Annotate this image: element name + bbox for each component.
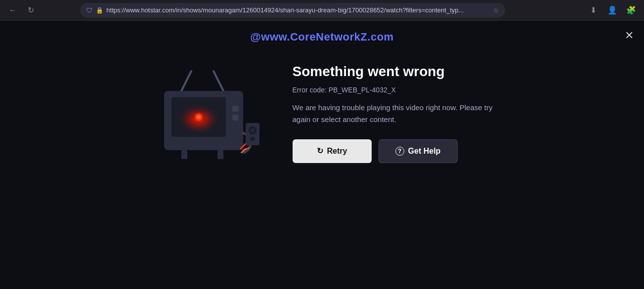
help-icon: ? (395, 147, 404, 156)
retry-icon: ↻ (317, 146, 323, 156)
error-buttons: ↻ Retry ? Get Help (293, 139, 500, 163)
refresh-button[interactable]: ↻ (24, 3, 38, 17)
profile-icon[interactable]: 👤 (605, 3, 619, 17)
extensions-icon[interactable]: 🧩 (624, 3, 638, 17)
shield-icon: 🛡 (86, 6, 93, 14)
pocket-icon[interactable]: ⬇ (587, 3, 601, 17)
svg-point-13 (250, 128, 255, 133)
content-area: ✕ @www.CoreNetworkZ.com (0, 21, 644, 289)
back-icon: ← (9, 6, 17, 15)
error-description: We are having trouble playing this video… (293, 102, 500, 125)
bookmark-icon[interactable]: ☆ (493, 6, 499, 14)
error-code: Error code: PB_WEB_PL-4032_X (293, 86, 500, 94)
svg-line-1 (214, 71, 223, 91)
refresh-icon: ↻ (28, 5, 34, 15)
svg-rect-8 (232, 115, 238, 121)
svg-rect-10 (217, 150, 223, 159)
close-icon: ✕ (625, 29, 634, 42)
error-title: Something went wrong (293, 63, 500, 80)
get-help-button[interactable]: ? Get Help (379, 139, 458, 163)
browser-actions: ⬇ 👤 🧩 (587, 3, 638, 17)
svg-line-0 (181, 71, 191, 91)
url-text: https://www.hotstar.com/in/shows/mounara… (106, 6, 490, 14)
lock-icon: 🔒 (96, 7, 103, 14)
svg-point-14 (251, 137, 255, 141)
retry-button[interactable]: ↻ Retry (293, 139, 372, 163)
browser-chrome: ← ↻ 🛡 🔒 https://www.hotstar.com/in/shows… (0, 0, 644, 21)
error-container: Something went wrong Error code: PB_WEB_… (144, 63, 500, 163)
svg-point-6 (197, 115, 201, 119)
svg-rect-9 (181, 150, 187, 159)
watermark: @www.CoreNetworkZ.com (250, 31, 393, 43)
error-text-panel: Something went wrong Error code: PB_WEB_… (293, 63, 500, 163)
retry-label: Retry (327, 147, 347, 156)
svg-rect-7 (232, 106, 238, 112)
get-help-label: Get Help (408, 147, 441, 156)
tv-illustration (144, 64, 263, 163)
close-button[interactable]: ✕ (621, 28, 637, 43)
back-button[interactable]: ← (6, 3, 20, 17)
address-bar[interactable]: 🛡 🔒 https://www.hotstar.com/in/shows/mou… (80, 3, 505, 18)
